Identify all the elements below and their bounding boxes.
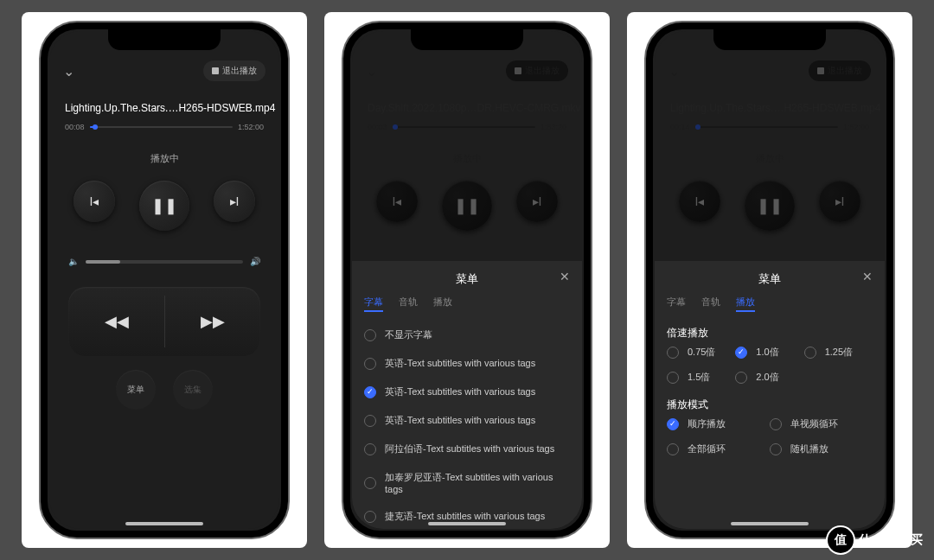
radio-icon xyxy=(364,358,376,370)
option-label: 阿拉伯语-Text subtitles with various tags xyxy=(385,442,554,455)
option-row[interactable]: 加泰罗尼亚语-Text subtitles with various tags xyxy=(364,463,570,502)
tab-audio[interactable]: 音轨 xyxy=(701,296,720,312)
close-icon[interactable]: ✕ xyxy=(862,270,873,283)
home-indicator xyxy=(125,522,203,525)
option-label: 随机播放 xyxy=(790,442,828,455)
exit-play-button[interactable]: 退出播放 xyxy=(809,60,871,81)
progress-track[interactable] xyxy=(393,126,535,128)
progress-track[interactable] xyxy=(695,126,838,128)
media-title: Lighting.Up.The.Stars.…H265-HDSWEB.mp4 xyxy=(49,81,279,119)
home-indicator xyxy=(731,522,809,525)
option-row[interactable]: 单视频循环 xyxy=(770,417,873,430)
option-label: 全部循环 xyxy=(688,442,726,455)
volume-slider[interactable] xyxy=(86,260,243,264)
play-status: 播放中 xyxy=(655,152,885,165)
radio-icon xyxy=(667,443,679,455)
radio-icon xyxy=(364,511,376,523)
exit-play-button[interactable]: 退出播放 xyxy=(203,60,265,81)
option-label: 单视频循环 xyxy=(790,417,838,430)
next-track-button[interactable]: ▸I xyxy=(516,181,558,222)
watermark: 值 什么值得买 xyxy=(828,527,924,553)
menu-title: 菜单 xyxy=(456,272,478,285)
option-row[interactable]: 顺序播放 xyxy=(667,417,770,430)
time-duration: 1:52:00 xyxy=(843,123,869,131)
close-icon[interactable]: ✕ xyxy=(560,270,570,283)
time-elapsed: 00:14 xyxy=(670,123,690,131)
exit-play-label: 退出播放 xyxy=(828,65,862,77)
tab-subtitle[interactable]: 字幕 xyxy=(667,296,686,312)
option-label: 2.0倍 xyxy=(756,371,778,384)
menu-button[interactable]: 菜单 xyxy=(116,370,156,410)
radio-icon xyxy=(770,418,782,430)
menu-tabs: 字幕 音轨 播放 xyxy=(667,296,873,319)
fastforward-button[interactable]: ▶▶ xyxy=(164,287,260,356)
option-row[interactable]: 不显示字幕 xyxy=(364,321,570,349)
episode-select-button[interactable]: 选集 xyxy=(173,370,213,410)
option-row[interactable]: 1.0倍 xyxy=(735,346,803,359)
watermark-logo-icon: 值 xyxy=(828,527,854,553)
option-row[interactable]: 全部循环 xyxy=(667,442,770,455)
option-row[interactable]: 随机播放 xyxy=(770,442,873,455)
collapse-chevron-icon[interactable]: ⌄ xyxy=(63,63,74,80)
media-title: Lighting.Up.The.Stars.…H265-HDSWEB.mp4 xyxy=(655,81,885,119)
time-duration: 1:53:20 xyxy=(541,123,566,131)
option-row[interactable]: 英语-Text subtitles with various tags xyxy=(364,406,570,435)
notch xyxy=(713,29,826,50)
collapse-chevron-icon[interactable]: ⌄ xyxy=(669,63,680,80)
exit-play-button[interactable]: 退出播放 xyxy=(506,60,568,81)
radio-icon xyxy=(364,329,376,341)
menu-tabs: 字幕 音轨 播放 xyxy=(364,296,570,319)
tab-subtitle[interactable]: 字幕 xyxy=(364,296,383,312)
option-row[interactable]: 阿拉伯语-Text subtitles with various tags xyxy=(364,435,570,463)
next-track-button[interactable]: ▸I xyxy=(819,181,860,222)
option-row[interactable]: 0.75倍 xyxy=(667,346,735,359)
rewind-button[interactable]: ◀◀ xyxy=(68,287,164,356)
radio-icon xyxy=(667,418,679,430)
option-label: 英语-Text subtitles with various tags xyxy=(385,385,535,398)
option-label: 英语-Text subtitles with various tags xyxy=(385,357,535,370)
option-label: 加泰罗尼亚语-Text subtitles with various tags xyxy=(385,471,570,494)
phone-frame: ⌄ 退出播放 Day.Shift.2022.1080p…DR.HEVC-CMRG… xyxy=(342,21,592,539)
tab-audio[interactable]: 音轨 xyxy=(399,296,418,312)
radio-icon xyxy=(364,443,376,455)
notch xyxy=(108,29,221,50)
option-label: 不显示字幕 xyxy=(385,328,432,341)
prev-track-button[interactable]: I◂ xyxy=(679,181,720,222)
menu-sheet: 菜单 ✕ 字幕 音轨 播放 倍速播放 0.75倍1.0倍1.25倍1.5倍2.0… xyxy=(655,261,885,529)
option-row[interactable]: 英语-Text subtitles with various tags xyxy=(364,349,570,378)
media-title: Day.Shift.2022.1080p…DR.HEVC-CMRG.mkv xyxy=(352,81,582,119)
time-elapsed: 00:08 xyxy=(65,123,85,131)
prev-track-button[interactable]: I◂ xyxy=(376,181,418,222)
tab-play[interactable]: 播放 xyxy=(736,296,755,312)
screen: ⌄ 退出播放 Day.Shift.2022.1080p…DR.HEVC-CMRG… xyxy=(352,31,582,529)
option-label: 1.0倍 xyxy=(756,346,778,359)
phone-frame: ⌄ 退出播放 Lighting.Up.The.Stars.…H265-HDSWE… xyxy=(644,21,895,539)
tab-play[interactable]: 播放 xyxy=(433,296,452,312)
next-track-button[interactable]: ▸I xyxy=(214,181,255,222)
play-pause-button[interactable]: ❚❚ xyxy=(745,181,795,231)
play-pause-button[interactable]: ❚❚ xyxy=(442,181,492,231)
option-row[interactable]: 1.5倍 xyxy=(667,371,735,384)
menu-title: 菜单 xyxy=(758,272,781,285)
radio-icon xyxy=(735,372,747,384)
volume-low-icon: 🔈 xyxy=(68,257,79,266)
screen: ⌄ 退出播放 Lighting.Up.The.Stars.…H265-HDSWE… xyxy=(655,31,885,529)
prev-track-button[interactable]: I◂ xyxy=(74,181,115,222)
option-label: 英语-Text subtitles with various tags xyxy=(385,414,535,427)
option-row[interactable]: 2.0倍 xyxy=(735,371,803,384)
play-pause-button[interactable]: ❚❚ xyxy=(139,181,189,231)
option-row[interactable]: 英语-Text subtitles with various tags xyxy=(364,378,570,406)
option-label: 1.25倍 xyxy=(825,346,853,359)
phone-frame: ⌄ 退出播放 Lighting.Up.The.Stars.…H265-HDSWE… xyxy=(39,21,290,539)
time-duration: 1:52:00 xyxy=(238,123,264,131)
progress-track[interactable] xyxy=(90,126,233,128)
option-row[interactable]: 1.25倍 xyxy=(804,346,873,359)
option-label: 0.75倍 xyxy=(688,346,715,359)
radio-icon xyxy=(364,477,376,489)
home-indicator xyxy=(428,522,506,525)
screen: ⌄ 退出播放 Lighting.Up.The.Stars.…H265-HDSWE… xyxy=(49,31,279,529)
menu-sheet: 菜单 ✕ 字幕 音轨 播放 不显示字幕英语-Text subtitles wit… xyxy=(352,261,582,529)
watermark-text: 什么值得买 xyxy=(859,532,924,548)
collapse-chevron-icon[interactable]: ⌄ xyxy=(366,63,377,80)
play-status: 播放中 xyxy=(49,152,279,165)
